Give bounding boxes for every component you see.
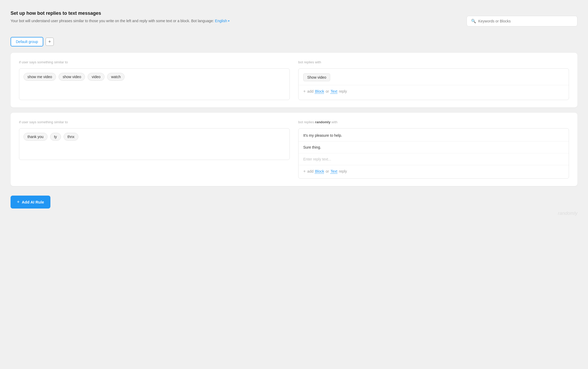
language-selector[interactable]: English	[215, 18, 230, 24]
text-link-2[interactable]: Text	[330, 169, 337, 173]
keyword-tag[interactable]: show me video	[23, 73, 56, 81]
left-label-1: if user says something similar to	[19, 60, 290, 64]
block-link-1[interactable]: Block	[315, 89, 324, 93]
add-reply-row-1: + add Block or Text reply	[298, 85, 569, 97]
add-ai-rule-label: Add AI Rule	[22, 200, 44, 204]
left-label-2: if user says something similar to	[19, 120, 290, 124]
or-text-1: or	[326, 89, 329, 93]
add-reply-plus-icon-2: +	[303, 169, 306, 174]
reply-block-tag[interactable]: Show video	[303, 73, 330, 81]
add-group-icon: +	[48, 39, 51, 45]
search-icon: 🔍	[471, 19, 476, 23]
keyword-tag[interactable]: ty	[50, 133, 61, 141]
block-link-2[interactable]: Block	[315, 169, 324, 173]
tabs-row: Default group +	[11, 32, 577, 46]
default-group-tab-label: Default group	[16, 40, 38, 44]
add-reply-plus-icon: +	[303, 89, 306, 94]
keyword-tag[interactable]: thnx	[64, 133, 78, 141]
search-bar: 🔍	[467, 16, 577, 26]
right-label-2: bot replies randomly with	[298, 120, 569, 124]
reply-item-text-1[interactable]: It's my pleasure to help.	[298, 130, 569, 141]
add-ai-rule-plus-icon: +	[17, 199, 20, 205]
rule-card-1: if user says something similar to show m…	[11, 53, 577, 107]
keywords-box-2[interactable]: thank you ty thnx	[19, 128, 290, 160]
reply-item-text-2[interactable]: Sure thing.	[298, 141, 569, 153]
reply-suffix-2: reply	[339, 169, 347, 173]
watermark: randomly	[11, 211, 577, 216]
rule-right-2: bot replies randomly with It's my pleasu…	[298, 120, 569, 179]
search-input[interactable]	[478, 19, 573, 23]
rule-layout-1: if user says something similar to show m…	[19, 60, 569, 100]
add-text: add	[307, 89, 313, 93]
or-text-2: or	[326, 169, 329, 173]
add-ai-rule-button[interactable]: + Add AI Rule	[11, 196, 50, 209]
rule-right-1: bot replies with Show video + add Block …	[298, 60, 569, 100]
rule-left-2: if user says something similar to thank …	[19, 120, 290, 179]
right-label-1: bot replies with	[298, 60, 569, 64]
keyword-tag[interactable]: show video	[59, 73, 85, 81]
page-title: Set up how bot replies to text messages	[11, 11, 577, 16]
reply-item: Show video	[298, 70, 569, 85]
reply-placeholder-text: Enter reply text...	[303, 157, 331, 161]
default-group-tab[interactable]: Default group	[11, 37, 43, 46]
keywords-box-1[interactable]: show me video show video video watch	[19, 68, 290, 100]
keyword-tag[interactable]: watch	[107, 73, 125, 81]
add-group-button[interactable]: +	[45, 37, 54, 46]
rule-layout-2: if user says something similar to thank …	[19, 120, 569, 179]
rule-card-2: if user says something similar to thank …	[11, 113, 577, 186]
replies-box-1: Show video + add Block or Text reply	[298, 68, 569, 100]
keyword-tag[interactable]: thank you	[23, 133, 48, 141]
search-bar-wrapper: 🔍	[467, 16, 577, 26]
text-link-1[interactable]: Text	[330, 89, 337, 93]
reply-item-placeholder[interactable]: Enter reply text...	[298, 153, 569, 165]
description-text: Your bot will understand user phrases si…	[11, 19, 214, 23]
keyword-tag[interactable]: video	[88, 73, 104, 81]
rule-left-1: if user says something similar to show m…	[19, 60, 290, 100]
replies-box-2: It's my pleasure to help. Sure thing. En…	[298, 128, 569, 179]
add-text-2: add	[307, 169, 313, 173]
reply-suffix-1: reply	[339, 89, 347, 93]
add-reply-row-2: + add Block or Text reply	[298, 165, 569, 177]
